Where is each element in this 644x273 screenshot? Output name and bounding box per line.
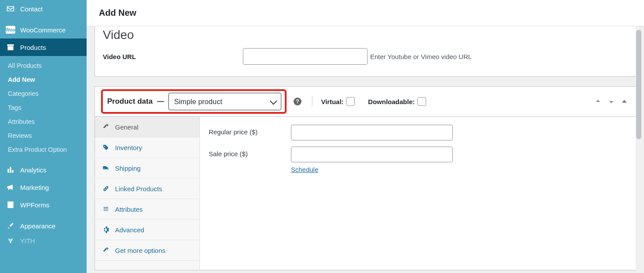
wrench-icon [102, 246, 110, 254]
sidebar-item-appearance[interactable]: Appearance [0, 217, 87, 234]
scrollbar-track [636, 26, 643, 273]
tab-attributes[interactable]: Attributes [95, 199, 200, 220]
truck-icon [102, 164, 110, 172]
scrollbar-thumb[interactable] [636, 30, 641, 139]
product-data-dash: — [157, 98, 164, 105]
admin-sidebar: Contact Woo WooCommerce Products All Pro… [0, 0, 87, 273]
downloadable-option: Downloadable: [368, 97, 426, 106]
tab-linked-products[interactable]: Linked Products [95, 178, 200, 199]
tab-get-more-options[interactable]: Get more options [95, 240, 200, 261]
gear-icon [102, 226, 110, 234]
video-url-input[interactable] [243, 48, 368, 65]
yith-icon [6, 236, 15, 245]
sale-price-row: Sale price ($) Schedule [209, 147, 627, 173]
tab-label: Advanced [115, 226, 144, 234]
toggle-panel-icon[interactable] [619, 96, 630, 107]
tab-general[interactable]: General [95, 117, 200, 137]
panel-actions [593, 96, 630, 107]
sale-price-input[interactable] [291, 147, 453, 162]
products-submenu: All Products Add New Categories Tags Att… [0, 56, 87, 161]
tab-inventory[interactable]: Inventory [95, 137, 200, 158]
submenu-attributes[interactable]: Attributes [0, 115, 87, 129]
help-icon[interactable]: ? [294, 98, 301, 105]
product-type-select-wrap: Simple product [168, 93, 281, 110]
sidebar-item-analytics[interactable]: Analytics [0, 161, 87, 178]
sidebar-label: Products [20, 44, 46, 51]
product-type-select[interactable]: Simple product [168, 93, 281, 110]
tab-content-general: Regular price ($) Sale price ($) Schedul… [200, 117, 636, 270]
regular-price-label: Regular price ($) [209, 125, 291, 136]
content-area: Video Video URL Enter Youtube or Vimeo v… [87, 26, 644, 273]
tab-label: Attributes [115, 206, 143, 213]
submenu-add-new[interactable]: Add New [0, 73, 87, 87]
submenu-tags[interactable]: Tags [0, 101, 87, 115]
regular-price-row: Regular price ($) [209, 125, 627, 140]
product-data-title: Product data [107, 97, 153, 106]
sidebar-label: WPForms [20, 201, 49, 209]
virtual-checkbox[interactable] [346, 97, 355, 106]
product-data-body: General Inventory Shipping Linked P [95, 117, 636, 270]
tab-shipping[interactable]: Shipping [95, 158, 200, 178]
product-data-panel: Product data — Simple product ? Virtual: [94, 86, 636, 270]
main-area: Add New Video Video URL Enter Youtube or… [87, 0, 644, 273]
sidebar-item-yith[interactable]: YITH [0, 234, 87, 247]
woocommerce-icon: Woo [6, 25, 15, 34]
envelope-icon [6, 4, 15, 13]
downloadable-label: Downloadable: [368, 98, 415, 105]
sidebar-label: Contact [20, 5, 43, 13]
tag-icon [102, 144, 110, 151]
form-icon [6, 200, 15, 209]
sidebar-item-products[interactable]: Products [0, 38, 87, 56]
sidebar-item-marketing[interactable]: Marketing [0, 178, 87, 196]
tab-advanced[interactable]: Advanced [95, 220, 200, 240]
brush-icon [6, 221, 15, 230]
megaphone-icon [6, 183, 15, 192]
separator [312, 97, 312, 106]
sidebar-label: YITH [20, 237, 35, 245]
submenu-all-products[interactable]: All Products [0, 59, 87, 73]
page-header: Add New [87, 0, 644, 26]
chart-bar-icon [6, 165, 15, 174]
video-panel: Video Video URL Enter Youtube or Vimeo v… [94, 26, 636, 77]
product-data-header: Product data — Simple product ? Virtual: [95, 87, 636, 117]
regular-price-input[interactable] [291, 125, 453, 140]
video-url-hint: Enter Youtube or Vimeo video URL [370, 53, 472, 60]
submenu-categories[interactable]: Categories [0, 87, 87, 101]
tab-label: General [115, 123, 138, 131]
sidebar-label: Analytics [20, 166, 46, 174]
tab-label: Get more options [115, 247, 165, 254]
virtual-option: Virtual: [321, 97, 355, 106]
tab-label: Shipping [115, 164, 140, 172]
sidebar-item-woocommerce[interactable]: Woo WooCommerce [0, 21, 87, 38]
sale-price-label: Sale price ($) [209, 147, 291, 158]
move-up-icon[interactable] [593, 96, 603, 107]
product-data-tabs: General Inventory Shipping Linked P [95, 117, 200, 270]
link-icon [102, 185, 110, 192]
sidebar-label: Marketing [20, 184, 49, 191]
sidebar-item-wpforms[interactable]: WPForms [0, 196, 87, 214]
archive-icon [6, 43, 15, 52]
move-down-icon[interactable] [606, 96, 616, 107]
video-url-label: Video URL [103, 53, 243, 60]
video-panel-title: Video [95, 26, 636, 46]
list-icon [102, 205, 110, 213]
submenu-extra-product-option[interactable]: Extra Product Option [0, 143, 87, 157]
schedule-link[interactable]: Schedule [291, 166, 318, 173]
video-url-row: Video URL Enter Youtube or Vimeo video U… [95, 46, 636, 76]
sidebar-item-contact[interactable]: Contact [0, 0, 87, 18]
tab-label: Inventory [115, 144, 142, 151]
tab-label: Linked Products [115, 185, 162, 192]
sidebar-label: Appearance [20, 222, 56, 230]
wrench-icon [102, 123, 110, 131]
virtual-label: Virtual: [321, 98, 343, 105]
page-title: Add New [99, 8, 632, 18]
sidebar-label: WooCommerce [20, 26, 66, 34]
product-type-highlight: Product data — Simple product [101, 89, 287, 114]
downloadable-checkbox[interactable] [417, 97, 426, 106]
submenu-reviews[interactable]: Reviews [0, 129, 87, 143]
